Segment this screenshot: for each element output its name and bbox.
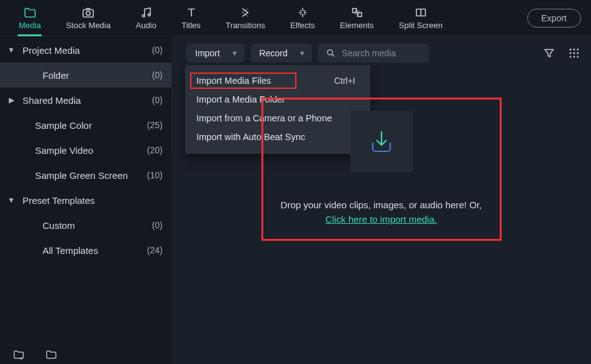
tree-label: Preset Templates bbox=[23, 195, 163, 206]
import-media-link[interactable]: Click here to import media. bbox=[325, 214, 437, 225]
svg-point-16 bbox=[573, 56, 575, 58]
svg-point-13 bbox=[573, 53, 575, 54]
content-toolbar: Import ▼ Record ▼ bbox=[171, 36, 591, 65]
tree-item-preset-templates[interactable]: ▼ Preset Templates bbox=[0, 188, 171, 213]
tree-count: (0) bbox=[152, 45, 163, 55]
svg-point-12 bbox=[570, 53, 572, 54]
dropzone-line1: Drop your video clips, images, or audio … bbox=[281, 200, 482, 210]
tree-item-sample-video[interactable]: Sample Video (20) bbox=[0, 138, 171, 163]
music-icon bbox=[139, 6, 153, 19]
camera-icon bbox=[81, 6, 95, 19]
svg-point-17 bbox=[577, 56, 578, 58]
tab-effects[interactable]: Effects bbox=[278, 0, 328, 36]
tree-label: Sample Green Screen bbox=[35, 170, 147, 181]
export-button[interactable]: Export bbox=[527, 9, 581, 28]
folder-icon bbox=[23, 6, 37, 19]
tab-label: Effects bbox=[290, 21, 315, 30]
shapes-icon bbox=[350, 6, 364, 19]
tree-label: Project Media bbox=[23, 45, 152, 56]
grid-view-icon[interactable] bbox=[567, 46, 581, 60]
import-dropdown[interactable]: Import ▼ bbox=[186, 44, 245, 63]
chevron-right-icon: ▶ bbox=[0, 96, 23, 104]
chevron-down-icon: ▼ bbox=[0, 196, 23, 205]
svg-rect-0 bbox=[83, 9, 93, 17]
svg-point-14 bbox=[577, 53, 578, 54]
tab-label: Media bbox=[19, 21, 41, 30]
tree-item-project-media[interactable]: ▼ Project Media (0) bbox=[0, 38, 171, 63]
tree-item-shared-media[interactable]: ▶ Shared Media (0) bbox=[0, 88, 171, 113]
tab-audio[interactable]: Audio bbox=[123, 0, 169, 36]
tree-item-all-templates[interactable]: All Templates (24) bbox=[0, 238, 171, 263]
dropzone-area: Drop your video clips, images, or audio … bbox=[171, 65, 591, 364]
media-tree: ▼ Project Media (0) Folder (0) ▶ Shared … bbox=[0, 36, 171, 345]
text-icon bbox=[184, 6, 198, 19]
sparkle-icon bbox=[296, 6, 310, 19]
tab-stock-media[interactable]: Stock Media bbox=[53, 0, 123, 36]
chevron-down-icon: ▼ bbox=[231, 49, 238, 57]
tree-label: All Templates bbox=[43, 245, 147, 256]
top-tab-bar: Media Stock Media Audio Titles Transitio… bbox=[0, 0, 591, 36]
svg-point-11 bbox=[577, 49, 578, 51]
tab-titles[interactable]: Titles bbox=[169, 0, 213, 36]
tree-label: Shared Media bbox=[23, 95, 152, 106]
split-icon bbox=[414, 6, 428, 19]
tree-label: Sample Color bbox=[35, 120, 147, 131]
svg-point-9 bbox=[570, 49, 572, 51]
svg-point-3 bbox=[148, 14, 150, 16]
tree-count: (0) bbox=[152, 220, 163, 230]
tab-group: Media Stock Media Audio Titles Transitio… bbox=[6, 0, 455, 36]
swap-icon bbox=[238, 6, 252, 19]
search-box[interactable] bbox=[318, 44, 429, 63]
tree-item-sample-green-screen[interactable]: Sample Green Screen (10) bbox=[0, 163, 171, 188]
tab-elements[interactable]: Elements bbox=[327, 0, 386, 36]
content-panel: Import ▼ Record ▼ bbox=[171, 36, 591, 364]
svg-point-1 bbox=[86, 11, 90, 15]
dropzone-highlight: Drop your video clips, images, or audio … bbox=[261, 98, 502, 241]
import-icon[interactable] bbox=[350, 111, 413, 172]
record-label: Record bbox=[260, 48, 288, 58]
tree-label: Custom bbox=[43, 220, 152, 231]
svg-point-10 bbox=[573, 49, 575, 51]
tree-item-folder[interactable]: Folder (0) bbox=[0, 63, 171, 88]
tree-label: Sample Video bbox=[35, 145, 147, 156]
tree-count: (0) bbox=[152, 70, 163, 80]
tab-label: Titles bbox=[181, 21, 201, 30]
tab-label: Audio bbox=[136, 21, 156, 30]
import-label: Import bbox=[195, 48, 220, 58]
svg-point-8 bbox=[327, 50, 332, 55]
tree-item-sample-color[interactable]: Sample Color (25) bbox=[0, 113, 171, 138]
tab-transitions[interactable]: Transitions bbox=[213, 0, 278, 36]
dropzone-text: Drop your video clips, images, or audio … bbox=[281, 198, 482, 226]
main-area: ▼ Project Media (0) Folder (0) ▶ Shared … bbox=[0, 36, 591, 364]
search-icon bbox=[326, 48, 336, 58]
chevron-down-icon: ▼ bbox=[299, 49, 306, 57]
chevron-down-icon: ▼ bbox=[0, 46, 23, 54]
tab-label: Split Screen bbox=[399, 21, 443, 30]
svg-rect-6 bbox=[355, 11, 358, 14]
filter-icon[interactable] bbox=[542, 46, 556, 60]
svg-point-2 bbox=[142, 15, 144, 18]
tab-label: Stock Media bbox=[66, 21, 111, 30]
tab-label: Transitions bbox=[226, 21, 265, 30]
sidebar-footer bbox=[0, 345, 171, 364]
tree-label: Folder bbox=[43, 70, 152, 81]
tree-item-custom[interactable]: Custom (0) bbox=[0, 213, 171, 238]
tab-split-screen[interactable]: Split Screen bbox=[386, 0, 455, 36]
record-dropdown[interactable]: Record ▼ bbox=[251, 44, 312, 63]
tree-count: (24) bbox=[147, 245, 163, 255]
tree-count: (0) bbox=[152, 95, 163, 105]
tree-count: (20) bbox=[147, 145, 163, 155]
tree-count: (10) bbox=[147, 170, 163, 180]
search-input[interactable] bbox=[342, 48, 422, 58]
sidebar: ▼ Project Media (0) Folder (0) ▶ Shared … bbox=[0, 36, 171, 364]
svg-point-15 bbox=[570, 56, 572, 58]
tab-media[interactable]: Media bbox=[6, 0, 53, 36]
tab-label: Elements bbox=[340, 21, 373, 30]
folder-icon[interactable] bbox=[45, 349, 58, 361]
tree-count: (25) bbox=[147, 120, 163, 130]
new-folder-icon[interactable] bbox=[13, 349, 25, 361]
